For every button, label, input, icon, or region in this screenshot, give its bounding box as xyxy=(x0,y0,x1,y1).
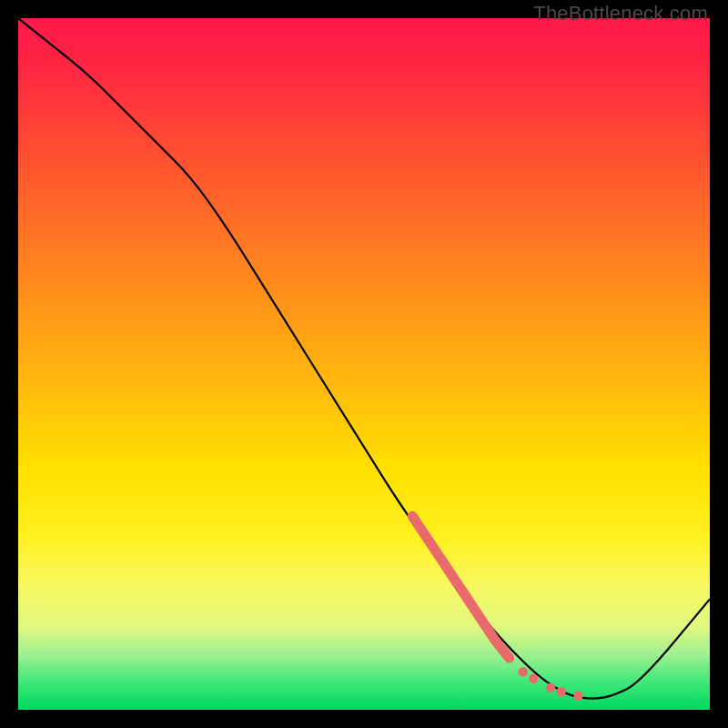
watermark-text: TheBottleneck.com xyxy=(533,2,708,25)
bottleneck-chart xyxy=(18,18,710,710)
highlight-dot xyxy=(556,687,565,696)
highlight-dot xyxy=(529,674,538,683)
highlight-dot xyxy=(519,667,528,676)
bottleneck-curve-line xyxy=(18,18,710,699)
highlight-dot xyxy=(573,692,582,701)
highlight-segment xyxy=(412,516,509,658)
highlight-dot xyxy=(546,683,555,693)
